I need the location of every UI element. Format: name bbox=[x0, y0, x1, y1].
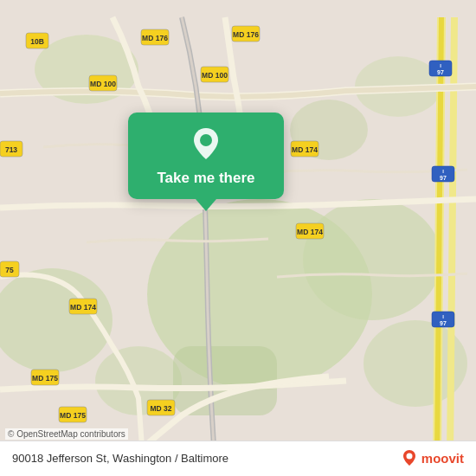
svg-text:MD 100: MD 100 bbox=[202, 71, 228, 80]
address-label: 90018 Jefferson St, Washington / Baltimo… bbox=[12, 452, 228, 465]
moovit-icon bbox=[400, 448, 419, 467]
svg-text:MD 32: MD 32 bbox=[150, 404, 171, 413]
bottom-bar: 90018 Jefferson St, Washington / Baltimo… bbox=[0, 441, 476, 476]
svg-text:MD 100: MD 100 bbox=[90, 80, 116, 88]
location-pin-icon bbox=[187, 125, 225, 163]
svg-text:MD 175: MD 175 bbox=[32, 374, 58, 383]
svg-text:MD 174: MD 174 bbox=[70, 303, 96, 312]
svg-text:97: 97 bbox=[440, 320, 447, 326]
popup-card[interactable]: Take me there bbox=[128, 113, 284, 199]
svg-point-2 bbox=[303, 199, 441, 320]
map-attribution: © OpenStreetMap contributors bbox=[5, 428, 128, 440]
svg-text:97: 97 bbox=[437, 69, 444, 75]
svg-text:MD 174: MD 174 bbox=[292, 145, 318, 154]
svg-text:MD 175: MD 175 bbox=[60, 411, 86, 420]
svg-point-46 bbox=[406, 453, 412, 460]
svg-text:MD 174: MD 174 bbox=[297, 228, 323, 236]
svg-rect-5 bbox=[173, 346, 277, 415]
svg-text:75: 75 bbox=[5, 266, 14, 274]
map-container: MD 176 MD 176 MD 100 MD 100 I 97 I 97 I … bbox=[0, 0, 476, 476]
svg-text:97: 97 bbox=[440, 175, 447, 181]
moovit-logo: moovit bbox=[400, 448, 464, 467]
take-me-there-label: Take me there bbox=[157, 170, 254, 187]
svg-point-45 bbox=[200, 134, 212, 146]
moovit-brand-label: moovit bbox=[421, 451, 464, 466]
svg-text:MD 176: MD 176 bbox=[142, 34, 168, 42]
svg-text:10B: 10B bbox=[30, 37, 44, 46]
map-background: MD 176 MD 176 MD 100 MD 100 I 97 I 97 I … bbox=[0, 0, 476, 476]
svg-text:713: 713 bbox=[5, 145, 17, 154]
svg-text:MD 176: MD 176 bbox=[233, 30, 259, 39]
